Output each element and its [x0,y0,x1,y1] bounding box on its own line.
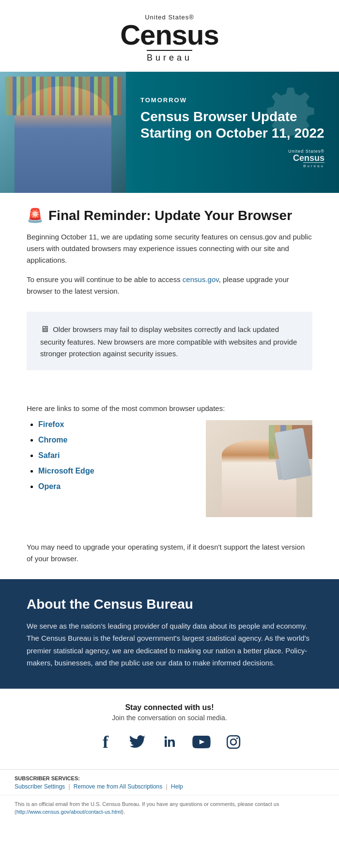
hero-content: TOMORROW Census Browser Update Starting … [126,87,339,177]
linkedin-icon[interactable] [159,731,180,753]
firefox-link[interactable]: Firefox [38,420,64,428]
hero-title: Census Browser Update Starting on Octobe… [140,109,324,141]
hero-tomorrow-label: TOMORROW [140,96,324,104]
hero-logo-small: United States® Census Bureau [140,149,324,168]
alarm-icon: 🚨 [27,207,44,223]
body-paragraph-2: To ensure you will continue to be able t… [27,274,312,297]
about-title: About the Census Bureau [27,597,312,612]
upgrade-os-text: You may need to upgrade your operating s… [0,532,339,569]
email-container: United States® Census Bureau TOMORROW Ce… [0,0,339,868]
hero-logo-census: Census [140,154,324,162]
logo-census: Census [10,21,329,49]
stay-connected: Stay connected with us! [10,703,329,712]
chrome-link[interactable]: Chrome [38,436,67,444]
section-title: 🚨 Final Reminder: Update Your Browser [27,207,312,223]
logo-bureau: Bureau [147,50,192,63]
monitor-icon: 🖥 [40,324,49,334]
instagram-icon[interactable] [223,731,244,753]
help-link[interactable]: Help [171,783,183,790]
pipe-separator-2: | [166,783,169,790]
hero-logo-bureau: Bureau [303,162,324,168]
youtube-icon[interactable] [191,731,212,753]
footer-disclaimer: This is an official email from the U.S. … [0,795,339,824]
about-section: About the Census Bureau We serve as the … [0,579,339,689]
subscriber-services-label: SUBSCRIBER SERVICES: [15,775,324,781]
contact-us-link[interactable]: http://www.census.gov/about/contact-us.h… [16,809,122,815]
hero-photo [0,72,126,193]
list-item: Microsoft Edge [38,467,196,475]
browser-links-intro: Here are links to some of the most commo… [27,404,312,412]
browser-links-layout: Firefox Chrome Safari Microsoft Edge Ope… [27,420,312,517]
join-conversation: Join the conversation on social media. [10,714,329,722]
logo-block: United States® Census Bureau [10,14,329,63]
social-icons: f [10,731,329,753]
facebook-icon[interactable]: f [95,731,116,753]
list-item: Safari [38,451,196,460]
browser-photo [206,420,312,517]
subscriber-settings-link[interactable]: Subscriber Settings [15,783,65,790]
main-content: 🚨 Final Reminder: Update Your Browser Be… [0,193,339,399]
subscriber-links: Subscriber Settings | Remove me from All… [15,783,324,790]
hero-banner: TOMORROW Census Browser Update Starting … [0,72,339,193]
list-item: Chrome [38,436,196,444]
remove-subscriptions-link[interactable]: Remove me from All Subscriptions [74,783,162,790]
opera-link[interactable]: Opera [38,482,61,490]
body-paragraph-1: Beginning October 11, we are updating so… [27,231,312,266]
info-box: 🖥 Older browsers may fail to display web… [27,312,312,370]
list-item: Firefox [38,420,196,429]
safari-link[interactable]: Safari [38,451,60,459]
browser-list: Firefox Chrome Safari Microsoft Edge Ope… [27,420,196,498]
email-header: United States® Census Bureau [0,0,339,72]
list-item: Opera [38,482,196,491]
about-text: We serve as the nation's leading provide… [27,620,312,669]
info-box-text: 🖥 Older browsers may fail to display web… [40,322,299,360]
subscriber-services: SUBSCRIBER SERVICES: Subscriber Settings… [0,769,339,795]
footer: Stay connected with us! Join the convers… [0,689,339,769]
microsoft-edge-link[interactable]: Microsoft Edge [38,467,94,475]
browser-links-section: Here are links to some of the most commo… [0,399,339,532]
pipe-separator-1: | [68,783,71,790]
twitter-icon[interactable] [127,731,148,753]
